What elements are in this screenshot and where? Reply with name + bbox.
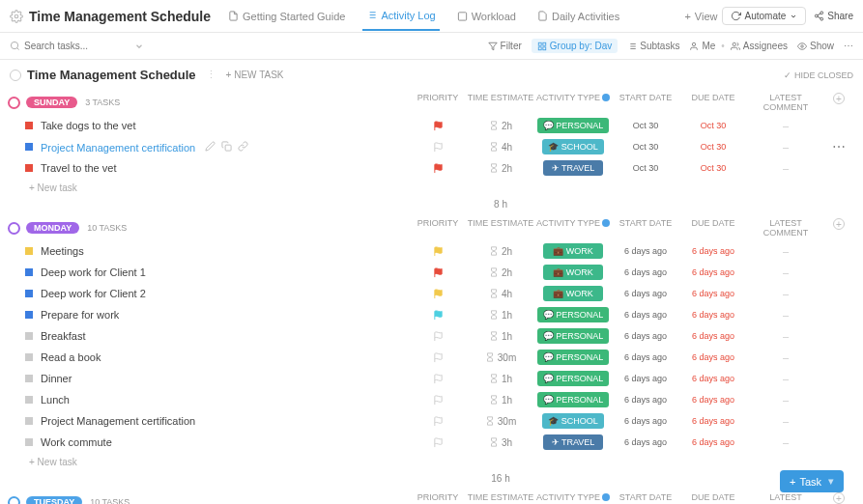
activity-type[interactable]: 💬 PERSONAL — [534, 371, 612, 386]
start-date[interactable]: Oct 30 — [612, 121, 679, 130]
group-toggle-icon[interactable] — [8, 222, 20, 235]
task-name[interactable]: Meetings — [41, 245, 409, 257]
activity-type[interactable]: 💬 PERSONAL — [534, 118, 612, 133]
due-date[interactable]: Oct 30 — [679, 142, 747, 152]
task-row[interactable]: Breakfast1h💬 PERSONAL6 days ago6 days ag… — [0, 325, 863, 347]
subtasks-button[interactable]: Subtasks — [627, 41, 679, 51]
time-estimate[interactable]: 30m — [467, 352, 534, 363]
task-row[interactable]: Lunch1h💬 PERSONAL6 days ago6 days ago– — [0, 389, 863, 410]
group-toggle-icon[interactable] — [8, 496, 20, 505]
task-row[interactable]: Project Management certification30m🎓 SCH… — [0, 410, 863, 432]
status-square[interactable] — [25, 311, 33, 319]
task-name[interactable]: Project Management certification — [41, 415, 409, 427]
latest-comment[interactable]: – — [747, 245, 824, 257]
priority-flag[interactable] — [409, 163, 467, 174]
task-row[interactable]: Project Management certification4h🎓 SCHO… — [0, 136, 863, 157]
priority-flag[interactable] — [409, 246, 467, 257]
start-date[interactable]: 6 days ago — [612, 246, 679, 256]
task-row[interactable]: Travel to the vet2h✈ TRAVELOct 30Oct 30– — [0, 157, 863, 179]
show-button[interactable]: Show — [797, 41, 834, 51]
activity-type[interactable]: 💼 WORK — [534, 243, 612, 259]
activity-type[interactable]: 💬 PERSONAL — [534, 328, 612, 344]
task-name[interactable]: Breakfast — [41, 330, 409, 342]
row-more-button[interactable]: ⋯ — [832, 139, 847, 154]
start-date[interactable]: 6 days ago — [612, 395, 679, 405]
priority-flag[interactable] — [409, 331, 467, 342]
time-estimate[interactable]: 30m — [467, 416, 534, 427]
activity-type[interactable]: 💬 PERSONAL — [534, 350, 612, 365]
time-estimate[interactable]: 2h — [467, 246, 534, 257]
status-square[interactable] — [25, 290, 33, 297]
time-estimate[interactable]: 2h — [467, 163, 534, 174]
start-date[interactable]: Oct 30 — [612, 163, 679, 173]
priority-flag[interactable] — [409, 437, 467, 448]
add-column-button[interactable]: + — [833, 218, 845, 230]
due-date[interactable]: 6 days ago — [679, 246, 747, 256]
collapse-dots-icon[interactable]: ⋮ — [206, 69, 216, 81]
latest-comment[interactable]: – — [747, 373, 824, 384]
start-date[interactable]: 6 days ago — [612, 416, 679, 426]
group-header-sunday[interactable]: SUNDAY3 TASKSPRIORITYTIME ESTIMATEACTIVI… — [0, 90, 863, 115]
time-estimate[interactable]: 4h — [467, 142, 534, 153]
task-row[interactable]: Deep work for Client 24h💼 WORK6 days ago… — [0, 283, 863, 304]
task-name[interactable]: Dinner — [41, 373, 409, 384]
add-column-button[interactable]: + — [833, 492, 845, 504]
status-square[interactable] — [25, 332, 33, 340]
start-date[interactable]: 6 days ago — [612, 352, 679, 362]
new-task-row-button[interactable]: + New task — [0, 453, 863, 471]
search-input[interactable] — [24, 41, 101, 51]
latest-comment[interactable]: – — [747, 394, 824, 406]
task-name[interactable]: Read a book — [41, 351, 409, 363]
task-row[interactable]: Dinner1h💬 PERSONAL6 days ago6 days ago– — [0, 368, 863, 389]
group-header-monday[interactable]: MONDAY10 TASKSPRIORITYTIME ESTIMATEACTIV… — [0, 215, 863, 240]
start-date[interactable]: 6 days ago — [612, 437, 679, 447]
group-by-button[interactable]: Group by: Dav — [532, 39, 618, 53]
new-task-row-button[interactable]: + New task — [0, 179, 863, 197]
task-row[interactable]: Deep work for Client 12h💼 WORK6 days ago… — [0, 262, 863, 283]
status-square[interactable] — [25, 268, 33, 276]
time-estimate[interactable]: 1h — [467, 310, 534, 321]
activity-type[interactable]: 💬 PERSONAL — [534, 307, 612, 322]
status-square[interactable] — [25, 375, 33, 382]
new-task-header-button[interactable]: + NEW TASK — [226, 70, 284, 80]
edit-icon[interactable] — [205, 141, 216, 152]
task-name[interactable]: Prepare for work — [41, 309, 409, 321]
activity-type[interactable]: ✈ TRAVEL — [534, 160, 612, 176]
tab-getting-started-guide[interactable]: Getting Started Guide — [224, 10, 349, 31]
activity-type[interactable]: 💬 PERSONAL — [534, 392, 612, 407]
latest-comment[interactable]: – — [747, 120, 824, 131]
due-date[interactable]: 6 days ago — [679, 374, 747, 383]
create-task-button[interactable]: +Task ▾ — [780, 470, 844, 492]
task-name[interactable]: Project Management certification — [41, 141, 409, 154]
due-date[interactable]: 6 days ago — [679, 437, 747, 447]
priority-flag[interactable] — [409, 374, 467, 384]
start-date[interactable]: 6 days ago — [612, 289, 679, 298]
priority-flag[interactable] — [409, 267, 467, 278]
status-square[interactable] — [25, 122, 33, 129]
latest-comment[interactable]: – — [747, 436, 824, 448]
time-estimate[interactable]: 4h — [467, 289, 534, 299]
latest-comment[interactable]: – — [747, 415, 824, 427]
start-date[interactable]: 6 days ago — [612, 267, 679, 277]
time-estimate[interactable]: 3h — [467, 437, 534, 448]
status-square[interactable] — [25, 247, 33, 255]
task-row[interactable]: Take dogs to the vet2h💬 PERSONALOct 30Oc… — [0, 115, 863, 136]
link-icon[interactable] — [238, 141, 248, 152]
task-name[interactable]: Lunch — [41, 394, 409, 406]
task-row[interactable]: Work commute3h✈ TRAVEL6 days ago6 days a… — [0, 432, 863, 453]
start-date[interactable]: 6 days ago — [612, 310, 679, 320]
due-date[interactable]: 6 days ago — [679, 331, 747, 341]
latest-comment[interactable]: – — [747, 266, 824, 278]
due-date[interactable]: 6 days ago — [679, 310, 747, 320]
time-estimate[interactable]: 1h — [467, 395, 534, 406]
activity-type[interactable]: 🎓 SCHOOL — [534, 413, 612, 429]
group-header-tuesday[interactable]: TUESDAY10 TASKSPRIORITYTIME ESTIMATEACTI… — [0, 490, 863, 504]
due-date[interactable]: 6 days ago — [679, 416, 747, 426]
due-date[interactable]: Oct 30 — [679, 163, 747, 173]
priority-flag[interactable] — [409, 142, 467, 153]
tab-daily-activities[interactable]: Daily Activities — [533, 10, 623, 31]
task-row[interactable]: Prepare for work1h💬 PERSONAL6 days ago6 … — [0, 304, 863, 325]
me-button[interactable]: Me•Assignees — [689, 41, 788, 51]
latest-comment[interactable]: – — [747, 141, 824, 153]
automate-button[interactable]: Automate — [722, 7, 807, 25]
